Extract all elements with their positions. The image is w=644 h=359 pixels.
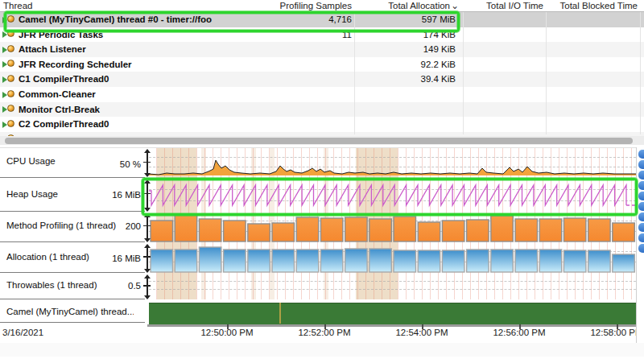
legend-toggle-button[interactable] [638, 223, 644, 232]
thread-name: Attach Listener [19, 42, 86, 57]
col-header-allocation[interactable]: Total Allocation [388, 0, 450, 11]
thread-icon [7, 90, 14, 97]
throwables-chart[interactable] [149, 273, 636, 299]
chart-label-camel-thread[interactable]: Camel (MyTinyCamel) thread... [0, 299, 145, 323]
arrow-up-icon [144, 149, 151, 153]
horizontal-gridline [149, 289, 636, 290]
table-row[interactable]: JFR Recording Scheduler 92.2 KiB [0, 57, 644, 72]
table-row[interactable]: Monitor Ctrl-Break [0, 102, 644, 118]
cpu-axis [142, 150, 152, 176]
chart-axis-value: 0.5 [128, 281, 141, 291]
column-divider [463, 0, 464, 134]
legend-toggle-button[interactable] [638, 233, 644, 242]
chart-label-throwables[interactable]: Throwables (1 thread) 0.5 [0, 273, 145, 299]
table-hscrollbar-thumb[interactable] [5, 138, 633, 144]
chart-label-cpu[interactable]: CPU Usage 50 % [0, 148, 145, 178]
chart-label-text: CPU Usage [6, 156, 56, 166]
thread-icon [7, 75, 14, 82]
legend-toggle-button[interactable] [638, 202, 644, 211]
horizontal-gridline [149, 281, 636, 282]
arrow-down-icon [144, 269, 151, 273]
chart-legend-strip [636, 147, 644, 343]
allocation-value: 39.4 KiB [421, 72, 456, 87]
time-axis-line [147, 324, 642, 327]
col-header-thread[interactable]: Thread [3, 0, 32, 11]
col-header-blocked[interactable]: Total Blocked Time [559, 0, 638, 11]
thread-table-header: Thread Profiling Samples Total Allocatio… [0, 0, 644, 12]
chart-label-text: Method Profiling (1 thread) [6, 221, 116, 230]
col-header-io[interactable]: Total I/O Time [486, 0, 543, 11]
thread-name: C1 CompilerThread0 [19, 72, 109, 87]
arrow-down-icon [144, 173, 151, 177]
event-marker [279, 303, 281, 324]
legend-toggle-button[interactable] [638, 213, 644, 221]
date-label: 3/16/2021 [2, 328, 43, 337]
table-row[interactable]: C1 CompilerThread0 39.4 KiB [0, 72, 644, 87]
chart-label-text: Heap Usage [6, 189, 58, 199]
legend-toggle-button[interactable] [638, 244, 644, 253]
camel-thread-lane[interactable] [149, 299, 636, 325]
table-row[interactable]: Common-Cleaner [0, 87, 644, 102]
chart-axis-value: 200 [126, 221, 141, 231]
alloc-axis [142, 245, 152, 272]
column-divider [640, 0, 641, 134]
time-tick-label: 12:58:00 PM [590, 328, 642, 337]
table-row[interactable]: C2 CompilerThread0 [0, 117, 644, 132]
table-hscrollbar[interactable] [0, 136, 644, 145]
chart-label-text: Camel (MyTinyCamel) thread... [6, 307, 134, 316]
chart-label-heap[interactable]: Heap Usage 16 MiB [0, 178, 145, 212]
chart-axis-value: 16 MiB [112, 254, 141, 263]
thread-name: Monitor Ctrl-Break [19, 102, 100, 118]
col-header-samples[interactable]: Profiling Samples [280, 0, 352, 11]
allocation-chart[interactable] [149, 242, 636, 273]
legend-toggle-button[interactable] [638, 192, 644, 200]
arrow-down-icon [144, 238, 151, 242]
legend-toggle-button[interactable] [638, 160, 644, 169]
time-tick-label: 12:56:00 PM [493, 328, 545, 337]
chart-label-allocation[interactable]: Allocation (1 thread) 16 MiB [0, 242, 145, 273]
thread-icon [7, 120, 14, 127]
method-row-bars [149, 212, 636, 242]
timeline-scrollbar-track[interactable] [0, 343, 644, 357]
thread-icon [7, 45, 14, 52]
table-row[interactable]: Attach Listener 149 KiB [0, 42, 644, 57]
allocation-value: 92.2 KiB [421, 57, 456, 72]
thread-name: Common-Cleaner [19, 87, 96, 102]
profiler-window: Thread Profiling Samples Total Allocatio… [0, 0, 644, 359]
chart-axis-value: 50 % [120, 159, 141, 169]
legend-toggle-button[interactable] [638, 171, 644, 180]
arrow-up-icon [144, 244, 151, 248]
time-gridlines [149, 273, 636, 299]
chart-label-text: Allocation (1 thread) [6, 252, 89, 262]
arrow-down-icon [144, 295, 151, 299]
chart-axis-value: 16 MiB [112, 190, 141, 200]
alloc-row-bars [149, 242, 636, 273]
thread-name: JFR Recording Scheduler [19, 57, 132, 72]
legend-toggle-button[interactable] [638, 181, 644, 190]
column-divider [546, 0, 547, 134]
annotation-box-selected-row [4, 11, 460, 32]
time-tick-label: 12:50:00 PM [200, 328, 253, 337]
time-tick-label: 12:54:00 PM [395, 328, 448, 337]
arrow-up-icon [144, 274, 151, 279]
throwables-axis [142, 275, 152, 299]
thread-name: C2 CompilerThread0 [19, 117, 109, 132]
time-tick-label: 12:52:00 PM [298, 328, 350, 337]
legend-toggle-button[interactable] [638, 150, 644, 159]
cpu-usage-curve [149, 148, 636, 178]
sort-desc-icon[interactable]: ⌄ [451, 0, 459, 11]
chart-label-text: Throwables (1 thread) [6, 280, 97, 290]
cpu-usage-chart[interactable] [149, 148, 636, 178]
chart-label-method-profiling[interactable]: Method Profiling (1 thread) 200 [0, 212, 145, 242]
thread-icon [7, 105, 14, 112]
method-axis [142, 214, 152, 241]
method-profiling-chart[interactable] [149, 212, 636, 242]
allocation-value: 149 KiB [423, 42, 456, 57]
annotation-box-heap-chart [142, 178, 638, 216]
thread-activity-bar [149, 303, 636, 325]
thread-icon [7, 60, 14, 67]
